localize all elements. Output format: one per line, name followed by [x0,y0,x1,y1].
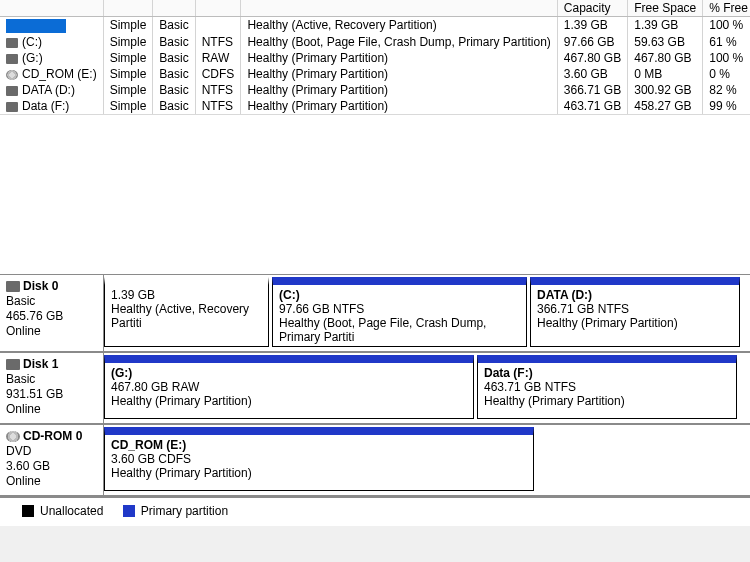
volume-name-cell: DATA (D:) [0,82,103,98]
disk-type: Basic [6,294,97,308]
volume-list-empty-area[interactable] [0,114,750,274]
col-fs[interactable] [195,0,241,17]
disk-type: Basic [6,372,97,386]
unallocated-swatch-icon [22,505,34,517]
disk-partitions: 1.39 GBHealthy (Active, Recovery Partiti… [104,275,750,351]
drive-icon [6,38,18,48]
partition-status: Healthy (Primary Partition) [537,316,733,330]
disk-state: Online [6,474,97,488]
hdd-icon [6,281,20,292]
partition-name: DATA (D:) [537,288,733,302]
volume-name: CD_ROM (E:) [22,67,97,81]
volume-fs [195,17,241,34]
partition[interactable]: CD_ROM (E:)3.60 GB CDFSHealthy (Primary … [104,427,534,491]
partition-status: Healthy (Primary Partition) [111,394,467,408]
volume-row[interactable]: CD_ROM (E:)SimpleBasicCDFSHealthy (Prima… [0,66,750,82]
disk-row[interactable]: Disk 0Basic465.76 GBOnline1.39 GBHealthy… [0,275,750,353]
volume-capacity: 366.71 GB [557,82,627,98]
legend: Unallocated Primary partition [0,497,750,526]
volume-type: Basic [153,17,195,34]
volume-capacity: 97.66 GB [557,34,627,50]
legend-unallocated-label: Unallocated [40,504,103,518]
disk-size: 3.60 GB [6,459,97,473]
volume-type: Basic [153,50,195,66]
partition[interactable]: 1.39 GBHealthy (Active, Recovery Partiti [104,277,269,347]
disk-row[interactable]: Disk 1Basic931.51 GBOnline(G:)467.80 GB … [0,353,750,425]
drive-icon [6,54,18,64]
volume-swatch-icon [6,19,66,33]
volume-type: Basic [153,34,195,50]
volume-free: 458.27 GB [628,98,703,114]
volume-capacity: 3.60 GB [557,66,627,82]
partition-status: Healthy (Boot, Page File, Crash Dump, Pr… [279,316,520,344]
hdd-icon [6,359,20,370]
volume-name-cell: (G:) [0,50,103,66]
volume-name-cell: CD_ROM (E:) [0,66,103,82]
partition-size: 1.39 GB [111,288,262,302]
volume-type: Basic [153,66,195,82]
volume-row[interactable]: (C:)SimpleBasicNTFSHealthy (Boot, Page F… [0,34,750,50]
partition-size: 467.80 GB RAW [111,380,467,394]
drive-icon [6,102,18,112]
disk-row[interactable]: CD-ROM 0DVD3.60 GBOnlineCD_ROM (E:)3.60 … [0,425,750,497]
partition[interactable]: (G:)467.80 GB RAWHealthy (Primary Partit… [104,355,474,419]
legend-primary-label: Primary partition [141,504,228,518]
disk-header[interactable]: Disk 0Basic465.76 GBOnline [0,275,104,351]
partition[interactable]: (C:)97.66 GB NTFSHealthy (Boot, Page Fil… [272,277,527,347]
partition-status: Healthy (Active, Recovery Partiti [111,302,262,330]
volume-free: 59.63 GB [628,34,703,50]
col-free[interactable]: Free Space [628,0,703,17]
volume-capacity: 1.39 GB [557,17,627,34]
volume-fs: RAW [195,50,241,66]
volume-layout: Simple [103,34,153,50]
col-pctfree[interactable]: % Free [703,0,750,17]
partition-name: CD_ROM (E:) [111,438,527,452]
col-layout[interactable] [103,0,153,17]
volume-capacity: 463.71 GB [557,98,627,114]
disk-state: Online [6,402,97,416]
volume-row[interactable]: DATA (D:)SimpleBasicNTFSHealthy (Primary… [0,82,750,98]
disk-header[interactable]: CD-ROM 0DVD3.60 GBOnline [0,425,104,495]
disk-state: Online [6,324,97,338]
primary-swatch-icon [123,505,135,517]
partition-size: 3.60 GB CDFS [111,452,527,466]
volume-layout: Simple [103,50,153,66]
col-capacity[interactable]: Capacity [557,0,627,17]
partition-name: Data (F:) [484,366,730,380]
col-status[interactable] [241,0,557,17]
volume-name: Data (F:) [22,99,69,113]
volume-layout: Simple [103,66,153,82]
partition-size: 97.66 GB NTFS [279,302,520,316]
col-volume[interactable] [0,0,103,17]
volume-free: 300.92 GB [628,82,703,98]
disk-partitions: (G:)467.80 GB RAWHealthy (Primary Partit… [104,353,750,423]
partition[interactable]: Data (F:)463.71 GB NTFSHealthy (Primary … [477,355,737,419]
volume-name: DATA (D:) [22,83,75,97]
volume-free: 0 MB [628,66,703,82]
volume-name: (C:) [22,35,42,49]
col-type[interactable] [153,0,195,17]
volume-pctfree: 99 % [703,98,750,114]
volume-status: Healthy (Active, Recovery Partition) [241,17,557,34]
volume-fs: CDFS [195,66,241,82]
volume-type: Basic [153,82,195,98]
volume-pctfree: 61 % [703,34,750,50]
partition-name: (C:) [279,288,520,302]
volume-layout: Simple [103,98,153,114]
disk-type: DVD [6,444,97,458]
volume-row[interactable]: (G:)SimpleBasicRAWHealthy (Primary Parti… [0,50,750,66]
volume-pctfree: 82 % [703,82,750,98]
volume-layout: Simple [103,82,153,98]
disk-map[interactable]: Disk 0Basic465.76 GBOnline1.39 GBHealthy… [0,274,750,497]
disk-header[interactable]: Disk 1Basic931.51 GBOnline [0,353,104,423]
partition-status: Healthy (Primary Partition) [484,394,730,408]
volume-list[interactable]: Capacity Free Space % Free Fault Toleran… [0,0,750,114]
volume-fs: NTFS [195,82,241,98]
partition-size: 366.71 GB NTFS [537,302,733,316]
volume-layout: Simple [103,17,153,34]
partition[interactable]: DATA (D:)366.71 GB NTFSHealthy (Primary … [530,277,740,347]
volume-free: 1.39 GB [628,17,703,34]
volume-status: Healthy (Primary Partition) [241,98,557,114]
volume-row[interactable]: SimpleBasicHealthy (Active, Recovery Par… [0,17,750,34]
volume-row[interactable]: Data (F:)SimpleBasicNTFSHealthy (Primary… [0,98,750,114]
